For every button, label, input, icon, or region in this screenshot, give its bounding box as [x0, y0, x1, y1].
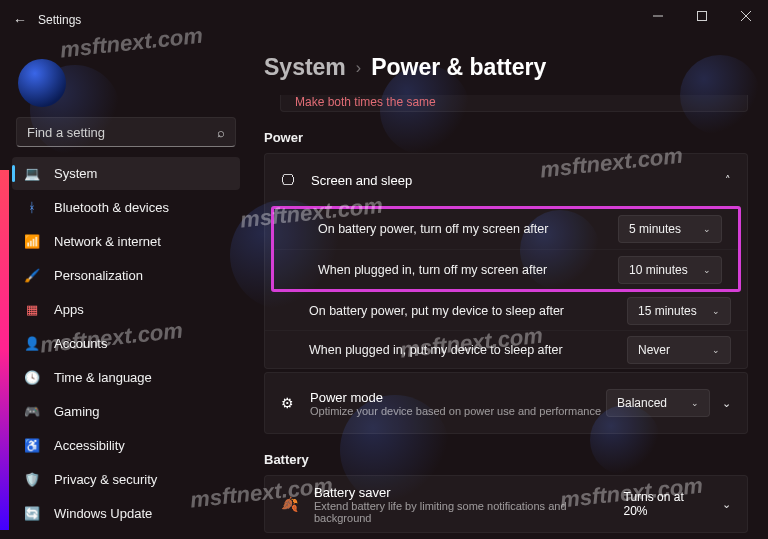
- gaming-icon: 🎮: [24, 404, 40, 420]
- privacy-icon: 🛡️: [24, 472, 40, 488]
- power-mode-card: ⚙ Power mode Optimize your device based …: [264, 372, 748, 434]
- card-title: Power mode: [310, 390, 601, 405]
- power-mode-icon: ⚙: [281, 395, 294, 411]
- screen-and-sleep-card: 🖵 Screen and sleep ˄ On battery power, t…: [264, 153, 748, 369]
- svg-rect-1: [698, 12, 707, 21]
- battery-saver-header[interactable]: 🍂 Battery saver Extend battery life by l…: [265, 476, 747, 532]
- maximize-icon: [697, 11, 707, 21]
- setting-row: When plugged in, put my device to sleep …: [265, 330, 747, 368]
- screen-and-sleep-header[interactable]: 🖵 Screen and sleep ˄: [265, 154, 747, 206]
- account-block[interactable]: [10, 55, 242, 111]
- chevron-down-icon: ⌄: [722, 498, 731, 511]
- breadcrumb: System › Power & battery: [258, 44, 754, 95]
- time-icon: 🕓: [24, 370, 40, 386]
- dropdown-value: Balanced: [617, 396, 667, 410]
- maximize-button[interactable]: [680, 0, 724, 32]
- setting-label: When plugged in, put my device to sleep …: [309, 343, 563, 357]
- avatar: [18, 59, 66, 107]
- chevron-down-icon: ⌄: [712, 345, 720, 355]
- sidebar-item-label: Bluetooth & devices: [54, 200, 169, 215]
- dropdown-value: 10 minutes: [629, 263, 688, 277]
- sidebar-item-personalize[interactable]: 🖌️Personalization: [12, 259, 240, 292]
- sidebar-item-bluetooth[interactable]: ᚼBluetooth & devices: [12, 191, 240, 224]
- sidebar-item-gaming[interactable]: 🎮Gaming: [12, 395, 240, 428]
- sidebar-item-apps[interactable]: ▦Apps: [12, 293, 240, 326]
- back-button[interactable]: ←: [8, 12, 32, 28]
- battery-saver-card: 🍂 Battery saver Extend battery life by l…: [264, 475, 748, 533]
- minimize-button[interactable]: [636, 0, 680, 32]
- sidebar-item-system[interactable]: 💻System: [12, 157, 240, 190]
- sidebar-item-a11y[interactable]: ♿Accessibility: [12, 429, 240, 462]
- setting-row: On battery power, turn off my screen aft…: [274, 209, 738, 249]
- card-subtitle: Optimize your device based on power use …: [310, 405, 601, 417]
- dropdown-value: 15 minutes: [638, 304, 697, 318]
- chevron-down-icon: ⌄: [712, 306, 720, 316]
- highlighted-rows: On battery power, turn off my screen aft…: [271, 206, 741, 292]
- setting-row: When plugged in, turn off my screen afte…: [274, 249, 738, 289]
- sidebar-item-label: Time & language: [54, 370, 152, 385]
- sidebar-item-time[interactable]: 🕓Time & language: [12, 361, 240, 394]
- accounts-icon: 👤: [24, 336, 40, 352]
- sidebar-item-privacy[interactable]: 🛡️Privacy & security: [12, 463, 240, 496]
- card-subtitle: Extend battery life by limiting some not…: [314, 500, 624, 524]
- sidebar-item-label: Personalization: [54, 268, 143, 283]
- breadcrumb-parent[interactable]: System: [264, 54, 346, 81]
- close-icon: [741, 11, 751, 21]
- window-controls: [636, 0, 768, 32]
- chevron-right-icon: ›: [356, 59, 361, 77]
- setting-label: On battery power, turn off my screen aft…: [318, 222, 548, 236]
- chevron-down-icon: ⌄: [722, 397, 731, 410]
- update-icon: 🔄: [24, 506, 40, 522]
- dropdown[interactable]: Never ⌄: [627, 336, 731, 364]
- main-content: System › Power & battery Make both times…: [258, 44, 754, 539]
- wallpaper-edge: [0, 170, 9, 530]
- a11y-icon: ♿: [24, 438, 40, 454]
- titlebar: ← Settings: [0, 0, 768, 40]
- sidebar-item-label: Accounts: [54, 336, 107, 351]
- card-title: Screen and sleep: [311, 173, 412, 188]
- link-card-remnant[interactable]: Make both times the same: [280, 95, 748, 112]
- setting-label: On battery power, put my device to sleep…: [309, 304, 564, 318]
- power-mode-header[interactable]: ⚙ Power mode Optimize your device based …: [265, 373, 747, 433]
- app-title: Settings: [38, 13, 81, 27]
- dropdown[interactable]: 10 minutes ⌄: [618, 256, 722, 284]
- system-icon: 💻: [24, 166, 40, 182]
- nav-list: 💻SystemᚼBluetooth & devices📶Network & in…: [10, 157, 242, 530]
- sidebar-item-label: Windows Update: [54, 506, 152, 521]
- sidebar-item-label: System: [54, 166, 97, 181]
- page-title: Power & battery: [371, 54, 546, 81]
- bluetooth-icon: ᚼ: [24, 200, 40, 216]
- sidebar-item-accounts[interactable]: 👤Accounts: [12, 327, 240, 360]
- setting-row: On battery power, put my device to sleep…: [265, 292, 747, 330]
- sidebar-item-label: Accessibility: [54, 438, 125, 453]
- apps-icon: ▦: [24, 302, 40, 318]
- section-power-label: Power: [264, 130, 754, 145]
- card-title: Battery saver: [314, 485, 624, 500]
- sidebar-item-network[interactable]: 📶Network & internet: [12, 225, 240, 258]
- left-column: ⌕ 💻SystemᚼBluetooth & devices📶Network & …: [10, 55, 242, 531]
- chevron-up-icon: ˄: [725, 174, 731, 187]
- sidebar-item-label: Privacy & security: [54, 472, 157, 487]
- minimize-icon: [653, 11, 663, 21]
- sidebar-item-label: Gaming: [54, 404, 100, 419]
- battery-saver-icon: 🍂: [281, 496, 298, 512]
- sidebar-item-label: Apps: [54, 302, 84, 317]
- chevron-down-icon: ⌄: [691, 398, 699, 408]
- chevron-down-icon: ⌄: [703, 265, 711, 275]
- dropdown[interactable]: Balanced ⌄: [606, 389, 710, 417]
- search-box[interactable]: ⌕: [16, 117, 236, 147]
- personalize-icon: 🖌️: [24, 268, 40, 284]
- sidebar-item-update[interactable]: 🔄Windows Update: [12, 497, 240, 530]
- network-icon: 📶: [24, 234, 40, 250]
- section-battery-label: Battery: [264, 452, 754, 467]
- dropdown[interactable]: 15 minutes ⌄: [627, 297, 731, 325]
- link-text: Make both times the same: [295, 95, 436, 109]
- sidebar-item-label: Network & internet: [54, 234, 161, 249]
- dropdown-value: Never: [638, 343, 670, 357]
- setting-label: When plugged in, turn off my screen afte…: [318, 263, 547, 277]
- screen-icon: 🖵: [281, 172, 295, 188]
- search-input[interactable]: [27, 125, 197, 140]
- dropdown[interactable]: 5 minutes ⌄: [618, 215, 722, 243]
- close-button[interactable]: [724, 0, 768, 32]
- dropdown-value: 5 minutes: [629, 222, 681, 236]
